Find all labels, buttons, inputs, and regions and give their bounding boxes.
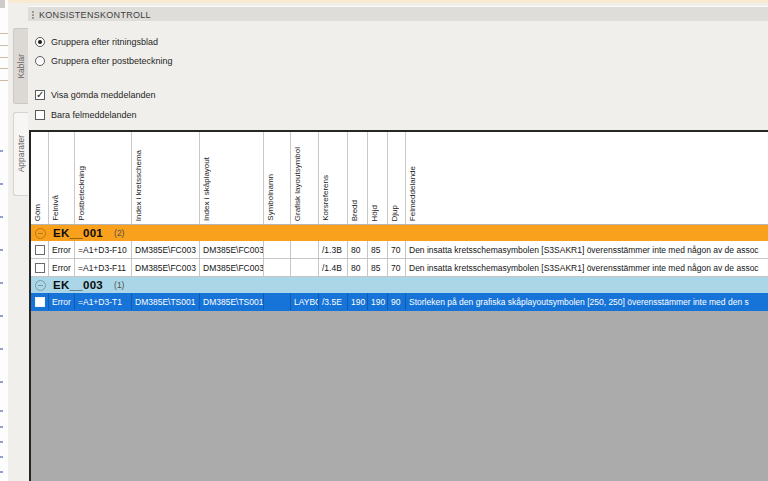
cell-hojd: 85	[368, 259, 388, 276]
radio-button-icon[interactable]	[35, 37, 45, 47]
cell-index-kretsschema: DM385E\FC003	[132, 259, 200, 276]
cell-bredd: 80	[348, 241, 368, 258]
hide-checkbox-cell[interactable]	[31, 293, 49, 310]
column-header-postbeteckning[interactable]: Postbeteckning	[75, 132, 132, 224]
background-ticks	[0, 33, 8, 34]
column-header-felniva[interactable]: Felnivå	[49, 132, 75, 224]
column-header-bredd[interactable]: Bredd	[348, 132, 368, 224]
radio-group-by-designation[interactable]: Gruppera efter postbeteckning	[35, 56, 173, 66]
column-header-index-skaplayout[interactable]: Index i skåplayout	[200, 132, 264, 224]
group-row-ek001[interactable]: EK__001 (2)	[31, 225, 768, 241]
table-row-selected[interactable]: Error =A1+D3-T1 DM385E\TS001 DM385E\TS00…	[31, 293, 768, 311]
app-background-strip	[0, 0, 8, 481]
cell-symbolnamn	[264, 241, 291, 258]
cell-felniva: Error	[49, 259, 75, 276]
column-header-djup[interactable]: Djup	[388, 132, 406, 224]
cell-index-skaplayout: DM385E\FC003	[200, 241, 264, 258]
tab-apparater-label: Apparater	[16, 135, 26, 172]
group-count: (2)	[114, 228, 124, 238]
hide-checkbox-cell[interactable]	[31, 241, 49, 258]
cell-felmeddelande: Den insatta kretsschemasymbolen [S3SAKR1…	[406, 259, 768, 276]
group-name: EK__003	[53, 279, 103, 291]
cell-index-kretsschema: DM385E\FC003	[132, 241, 200, 258]
cell-felmeddelande: Storleken på den grafiska skåplayoutsymb…	[406, 293, 768, 310]
tab-kablar[interactable]: Kablar	[13, 28, 28, 104]
column-header-felmeddelande[interactable]: Felmeddelande	[406, 132, 768, 224]
cell-djup: 70	[388, 259, 406, 276]
column-header-hojd[interactable]: Höjd	[368, 132, 388, 224]
checkbox-icon[interactable]	[35, 110, 45, 120]
cell-korsreferens: /1.4B	[319, 259, 348, 276]
cell-grafisk-layoutsymbol	[291, 241, 319, 258]
drag-grip-icon[interactable]	[32, 11, 34, 13]
checkbox-icon[interactable]	[35, 90, 45, 100]
column-header-gom[interactable]: Göm	[31, 132, 49, 224]
cell-felniva: Error	[49, 293, 75, 310]
top-accent-strip	[0, 0, 768, 3]
konsistenskontroll-panel: KONSISTENSKONTROLL Kablar Apparater Grup…	[8, 0, 768, 481]
checkbox-icon[interactable]	[35, 245, 45, 255]
radio-button-icon[interactable]	[35, 56, 45, 66]
group-count: (1)	[114, 280, 124, 290]
checkbox-icon[interactable]	[35, 263, 45, 273]
column-header-korsreferens[interactable]: Korsreferens	[319, 132, 348, 224]
cell-index-skaplayout: DM385E\TS001	[200, 293, 264, 310]
messages-table: Göm Felnivå Postbeteckning Index i krets…	[29, 130, 768, 481]
cell-korsreferens: /1.3B	[319, 241, 348, 258]
hide-checkbox-cell[interactable]	[31, 259, 49, 276]
checkbox-label: Bara felmeddelanden	[51, 110, 137, 120]
checkbox-icon[interactable]	[35, 297, 45, 307]
cell-index-skaplayout: DM385E\FC003	[200, 259, 264, 276]
cell-grafisk-layoutsymbol: LAYBOX	[291, 293, 319, 310]
cell-bredd: 190	[348, 293, 368, 310]
cell-postbeteckning: =A1+D3-T1	[75, 293, 132, 310]
background-ticks	[0, 150, 3, 152]
table-row[interactable]: Error =A1+D3-F10 DM385E\FC003 DM385E\FC0…	[31, 241, 768, 259]
table-row[interactable]: Error =A1+D3-F11 DM385E\FC003 DM385E\FC0…	[31, 259, 768, 277]
column-header-symbolnamn[interactable]: Symbolnamn	[264, 132, 291, 224]
cell-bredd: 80	[348, 259, 368, 276]
app-corner-icon	[0, 0, 5, 8]
radio-label: Gruppera efter ritningsblad	[51, 37, 158, 47]
table-header-row: Göm Felnivå Postbeteckning Index i krets…	[31, 132, 768, 225]
checkbox-show-hidden-messages[interactable]: Visa gömda meddelanden	[35, 90, 155, 100]
collapse-icon[interactable]	[35, 228, 46, 239]
cell-hojd: 85	[368, 241, 388, 258]
cell-felmeddelande: Den insatta kretsschemasymbolen [S3SAKR1…	[406, 241, 768, 258]
collapse-icon[interactable]	[35, 280, 46, 291]
cell-postbeteckning: =A1+D3-F10	[75, 241, 132, 258]
group-name: EK__001	[53, 227, 103, 239]
cell-symbolnamn	[264, 293, 291, 310]
cell-symbolnamn	[264, 259, 291, 276]
checkbox-label: Visa gömda meddelanden	[51, 90, 155, 100]
column-header-index-kretsschema[interactable]: Index i kretsschema	[132, 132, 200, 224]
radio-group-by-sheet[interactable]: Gruppera efter ritningsblad	[35, 37, 158, 47]
cell-grafisk-layoutsymbol	[291, 259, 319, 276]
tab-kablar-label: Kablar	[16, 54, 26, 79]
cell-postbeteckning: =A1+D3-F11	[75, 259, 132, 276]
cell-index-kretsschema: DM385E\TS001	[132, 293, 200, 310]
checkbox-errors-only[interactable]: Bara felmeddelanden	[35, 110, 137, 120]
tab-apparater[interactable]: Apparater	[13, 112, 28, 196]
cell-djup: 70	[388, 241, 406, 258]
panel-title: KONSISTENSKONTROLL	[39, 10, 151, 20]
radio-label: Gruppera efter postbeteckning	[51, 56, 173, 66]
cell-djup: 90	[388, 293, 406, 310]
cell-korsreferens: /3.5E	[319, 293, 348, 310]
cell-felniva: Error	[49, 241, 75, 258]
panel-titlebar[interactable]: KONSISTENSKONTROLL	[28, 6, 768, 21]
cell-hojd: 190	[368, 293, 388, 310]
group-row-ek003[interactable]: EK__003 (1)	[31, 277, 768, 293]
column-header-grafisk-layoutsymbol[interactable]: Grafisk layoutsymbol	[291, 132, 319, 224]
